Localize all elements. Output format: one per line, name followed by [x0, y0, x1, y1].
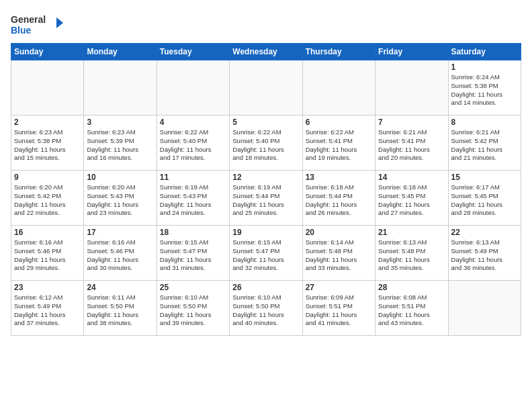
calendar-day-cell: 18Sunrise: 6:15 AMSunset: 5:47 PMDayligh… [157, 226, 229, 281]
day-number: 5 [232, 118, 299, 127]
day-info: Sunrise: 6:22 AMSunset: 5:40 PMDaylight:… [160, 128, 226, 163]
day-number: 28 [378, 283, 445, 292]
day-info: Sunrise: 6:16 AMSunset: 5:46 PMDaylight:… [87, 238, 153, 273]
day-info: Sunrise: 6:18 AMSunset: 5:44 PMDaylight:… [306, 183, 372, 218]
weekday-header: Wednesday [230, 44, 302, 60]
weekday-header-row: SundayMondayTuesdayWednesdayThursdayFrid… [11, 44, 521, 60]
day-number: 2 [14, 118, 81, 127]
calendar-day-cell: 28Sunrise: 6:08 AMSunset: 5:51 PMDayligh… [375, 281, 448, 336]
calendar-day-cell: 8Sunrise: 6:21 AMSunset: 5:42 PMDaylight… [448, 116, 521, 171]
weekday-header: Tuesday [157, 44, 229, 60]
calendar-week-row: 9Sunrise: 6:20 AMSunset: 5:42 PMDaylight… [11, 171, 521, 226]
calendar-day-cell: 7Sunrise: 6:21 AMSunset: 5:41 PMDaylight… [375, 116, 448, 171]
calendar-day-cell: 16Sunrise: 6:16 AMSunset: 5:46 PMDayligh… [11, 226, 84, 281]
calendar-day-cell: 3Sunrise: 6:23 AMSunset: 5:39 PMDaylight… [84, 116, 157, 171]
calendar-day-cell: 2Sunrise: 6:23 AMSunset: 5:38 PMDaylight… [11, 116, 84, 171]
day-info: Sunrise: 6:13 AMSunset: 5:48 PMDaylight:… [378, 238, 445, 273]
day-info: Sunrise: 6:18 AMSunset: 5:45 PMDaylight:… [378, 183, 445, 218]
day-number: 14 [378, 173, 445, 182]
day-number: 9 [14, 173, 81, 182]
day-number: 1 [451, 62, 518, 72]
day-info: Sunrise: 6:16 AMSunset: 5:46 PMDaylight:… [14, 238, 81, 273]
calendar-day-cell [448, 281, 521, 336]
calendar-day-cell: 6Sunrise: 6:22 AMSunset: 5:41 PMDaylight… [302, 116, 375, 171]
day-info: Sunrise: 6:21 AMSunset: 5:42 PMDaylight:… [451, 128, 518, 163]
day-info: Sunrise: 6:12 AMSunset: 5:49 PMDaylight:… [14, 293, 81, 328]
day-info: Sunrise: 6:20 AMSunset: 5:42 PMDaylight:… [14, 183, 81, 218]
day-number: 23 [14, 283, 81, 292]
weekday-header: Sunday [11, 44, 84, 60]
calendar-day-cell: 26Sunrise: 6:10 AMSunset: 5:50 PMDayligh… [230, 281, 302, 336]
day-number: 11 [160, 173, 226, 182]
day-number: 22 [451, 228, 518, 237]
calendar-day-cell: 23Sunrise: 6:12 AMSunset: 5:49 PMDayligh… [11, 281, 84, 336]
calendar-day-cell [302, 60, 375, 116]
calendar-day-cell [11, 60, 84, 116]
calendar-day-cell [230, 60, 302, 116]
calendar-day-cell: 9Sunrise: 6:20 AMSunset: 5:42 PMDaylight… [11, 171, 84, 226]
calendar-day-cell: 17Sunrise: 6:16 AMSunset: 5:46 PMDayligh… [84, 226, 157, 281]
day-info: Sunrise: 6:15 AMSunset: 5:47 PMDaylight:… [232, 238, 299, 273]
svg-text:Blue: Blue [11, 25, 32, 36]
day-info: Sunrise: 6:19 AMSunset: 5:43 PMDaylight:… [160, 183, 226, 218]
weekday-header: Monday [84, 44, 157, 60]
calendar-day-cell: 14Sunrise: 6:18 AMSunset: 5:45 PMDayligh… [375, 171, 448, 226]
calendar-week-row: 1Sunrise: 6:24 AMSunset: 5:38 PMDaylight… [11, 60, 521, 116]
day-number: 20 [306, 228, 372, 237]
day-info: Sunrise: 6:11 AMSunset: 5:50 PMDaylight:… [87, 293, 153, 328]
calendar-day-cell: 15Sunrise: 6:17 AMSunset: 5:45 PMDayligh… [448, 171, 521, 226]
day-number: 21 [378, 228, 445, 237]
day-number: 17 [87, 228, 153, 237]
day-number: 13 [306, 173, 372, 182]
svg-text:General: General [11, 14, 46, 25]
calendar-week-row: 2Sunrise: 6:23 AMSunset: 5:38 PMDaylight… [11, 116, 521, 171]
calendar-day-cell: 11Sunrise: 6:19 AMSunset: 5:43 PMDayligh… [157, 171, 229, 226]
day-info: Sunrise: 6:13 AMSunset: 5:49 PMDaylight:… [451, 238, 518, 273]
day-number: 8 [451, 118, 518, 127]
header: General Blue [11, 11, 521, 38]
day-info: Sunrise: 6:09 AMSunset: 5:51 PMDaylight:… [306, 293, 372, 328]
day-info: Sunrise: 6:23 AMSunset: 5:39 PMDaylight:… [87, 128, 153, 163]
day-number: 16 [14, 228, 81, 237]
calendar-day-cell [157, 60, 229, 116]
calendar-week-row: 23Sunrise: 6:12 AMSunset: 5:49 PMDayligh… [11, 281, 521, 336]
weekday-header: Saturday [448, 44, 521, 60]
day-info: Sunrise: 6:10 AMSunset: 5:50 PMDaylight:… [232, 293, 299, 328]
day-info: Sunrise: 6:23 AMSunset: 5:38 PMDaylight:… [14, 128, 81, 163]
day-info: Sunrise: 6:22 AMSunset: 5:41 PMDaylight:… [306, 128, 372, 163]
calendar-day-cell: 19Sunrise: 6:15 AMSunset: 5:47 PMDayligh… [230, 226, 302, 281]
calendar-table: SundayMondayTuesdayWednesdayThursdayFrid… [11, 43, 521, 336]
day-number: 19 [232, 228, 299, 237]
logo: General Blue [11, 11, 64, 38]
day-number: 26 [232, 283, 299, 292]
calendar-day-cell: 12Sunrise: 6:19 AMSunset: 5:44 PMDayligh… [230, 171, 302, 226]
day-number: 25 [160, 283, 226, 292]
svg-marker-2 [56, 17, 63, 28]
calendar-day-cell: 5Sunrise: 6:22 AMSunset: 5:40 PMDaylight… [230, 116, 302, 171]
calendar-day-cell: 21Sunrise: 6:13 AMSunset: 5:48 PMDayligh… [375, 226, 448, 281]
page-container: General Blue SundayMondayTuesdayWednesda… [0, 0, 532, 342]
day-info: Sunrise: 6:19 AMSunset: 5:44 PMDaylight:… [232, 183, 299, 218]
day-info: Sunrise: 6:20 AMSunset: 5:43 PMDaylight:… [87, 183, 153, 218]
weekday-header: Thursday [302, 44, 375, 60]
day-number: 12 [232, 173, 299, 182]
day-info: Sunrise: 6:21 AMSunset: 5:41 PMDaylight:… [378, 128, 445, 163]
day-info: Sunrise: 6:17 AMSunset: 5:45 PMDaylight:… [451, 183, 518, 218]
calendar-week-row: 16Sunrise: 6:16 AMSunset: 5:46 PMDayligh… [11, 226, 521, 281]
calendar-day-cell [375, 60, 448, 116]
calendar-day-cell: 20Sunrise: 6:14 AMSunset: 5:48 PMDayligh… [302, 226, 375, 281]
day-number: 10 [87, 173, 153, 182]
calendar-day-cell [84, 60, 157, 116]
day-info: Sunrise: 6:22 AMSunset: 5:40 PMDaylight:… [232, 128, 299, 163]
calendar-day-cell: 10Sunrise: 6:20 AMSunset: 5:43 PMDayligh… [84, 171, 157, 226]
calendar-day-cell: 24Sunrise: 6:11 AMSunset: 5:50 PMDayligh… [84, 281, 157, 336]
logo-svg: General Blue [11, 11, 64, 38]
calendar-day-cell: 22Sunrise: 6:13 AMSunset: 5:49 PMDayligh… [448, 226, 521, 281]
day-number: 4 [160, 118, 226, 127]
day-number: 3 [87, 118, 153, 127]
calendar-day-cell: 1Sunrise: 6:24 AMSunset: 5:38 PMDaylight… [448, 60, 521, 116]
day-info: Sunrise: 6:08 AMSunset: 5:51 PMDaylight:… [378, 293, 445, 328]
day-info: Sunrise: 6:24 AMSunset: 5:38 PMDaylight:… [451, 73, 518, 107]
day-info: Sunrise: 6:10 AMSunset: 5:50 PMDaylight:… [160, 293, 226, 328]
calendar-day-cell: 13Sunrise: 6:18 AMSunset: 5:44 PMDayligh… [302, 171, 375, 226]
